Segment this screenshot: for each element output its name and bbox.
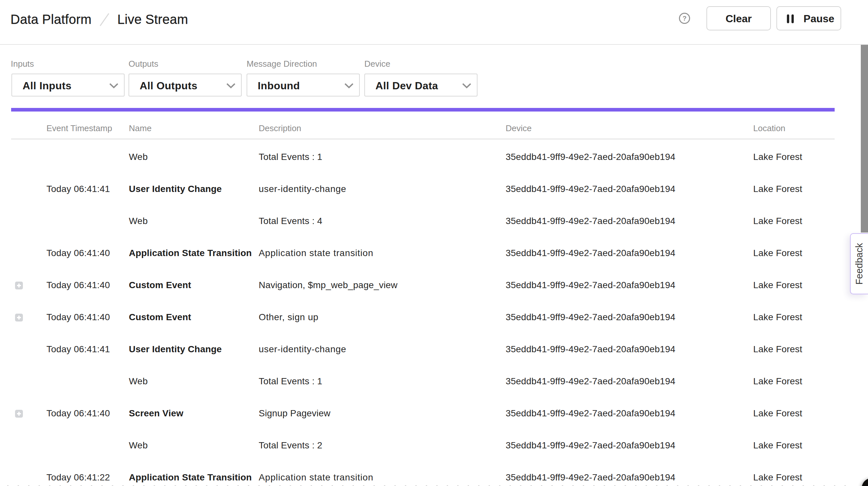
svg-text:?: ?: [683, 15, 686, 22]
